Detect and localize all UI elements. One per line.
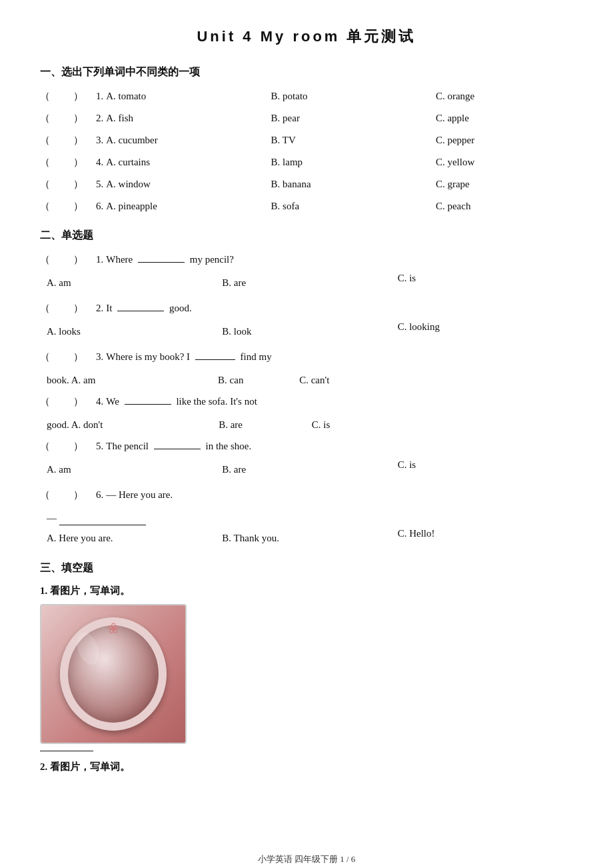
option-c: C. Hello! (398, 528, 573, 548)
mirror-oval: ❀ (60, 617, 167, 731)
section3-title: 三、填空题 (40, 561, 573, 575)
option-a: A. window (106, 175, 271, 193)
paren-close: ） (53, 437, 93, 455)
q-row: （ ） 2. It good. (40, 299, 573, 317)
option-c: C. is (398, 459, 573, 479)
subsection-1: 1. 看图片，写单词。 ❀ (40, 585, 573, 751)
option-a: A. am (47, 459, 222, 479)
option-a: A. Here you are. (47, 528, 222, 548)
table-row: （ ） 6. A. pineapple B. sofa C. peach (40, 197, 573, 215)
q-text: It good. (106, 299, 191, 317)
paren-close: ） (53, 251, 93, 269)
option-b: B. are (222, 273, 397, 293)
q-num: 3. (96, 348, 103, 366)
option-b: B. look (222, 321, 397, 341)
option-c-inline: C. is (312, 419, 330, 430)
paren-close: ） (53, 153, 93, 171)
option-b: B. TV (271, 131, 436, 149)
paren-open: （ (40, 109, 53, 127)
option-a: A. pineapple (106, 197, 271, 215)
section1-title: 一、选出下列单词中不同类的一项 (40, 65, 573, 79)
option-a: A. looks (47, 321, 222, 341)
q-num: 4. (96, 153, 103, 171)
paren-close: ） (53, 175, 93, 193)
q-num: 6. (96, 197, 103, 215)
q-row: （ ） 3. Where is my book? I find my (40, 348, 573, 366)
paren-open: （ (40, 437, 53, 455)
q-text: The pencil in the shoe. (106, 437, 251, 455)
option-b-inline: B. are (219, 419, 243, 430)
option-c: C. grape (436, 175, 573, 193)
options-row: A. am B. are C. is (40, 273, 573, 293)
option-b: B. sofa (271, 197, 436, 215)
sub2-title: 2. 看图片，写单词。 (40, 761, 573, 773)
option-c: C. looking (398, 321, 573, 341)
paren-open: （ (40, 87, 53, 105)
subsection-2: 2. 看图片，写单词。 (40, 761, 573, 832)
section-1: 一、选出下列单词中不同类的一项 （ ） 1. A. tomato B. pota… (40, 65, 573, 215)
paren-open: （ (40, 251, 53, 269)
q-text: We like the sofa. It's not (106, 393, 257, 411)
q-num: 4. (96, 393, 103, 411)
paren-open: （ (40, 486, 53, 504)
page-title: Unit 4 My room 单元测试 (40, 27, 573, 47)
paren-open: （ (40, 393, 53, 411)
list-item: （ ） 6. — Here you are. — A. Here you are… (40, 486, 573, 548)
mirror-image: ❀ (40, 604, 187, 744)
q-num: 5. (96, 437, 103, 455)
option-a-inline: A. am (71, 375, 96, 385)
footer: 小学英语 四年级下册 1 / 6 (0, 853, 613, 865)
list-item: （ ） 4. We like the sofa. It's not good. … (40, 393, 573, 435)
options-row: A. Here you are. B. Thank you. C. Hello! (40, 528, 573, 548)
paren-close: ） (53, 87, 93, 105)
q-num: 3. (96, 131, 103, 149)
option-c: C. is (398, 273, 573, 293)
option-a: A. curtains (106, 153, 271, 171)
option-b-inline: B. can (218, 375, 243, 385)
options-row: A. looks B. look C. looking (40, 321, 573, 341)
list-item: （ ） 2. It good. A. looks B. look C. look… (40, 299, 573, 341)
paren-close: ） (53, 131, 93, 149)
q-num: 2. (96, 299, 103, 317)
q-row: （ ） 4. We like the sofa. It's not (40, 393, 573, 411)
option-c: C. yellow (436, 153, 573, 171)
q-num: 1. (96, 87, 103, 105)
paren-open: （ (40, 175, 53, 193)
option-c: C. peach (436, 197, 573, 215)
paren-close: ） (53, 197, 93, 215)
q-row: （ ） 1. Where my pencil? (40, 251, 573, 269)
q-text-cont: good. A. don't B. are C. is (40, 415, 573, 435)
paren-close: ） (53, 299, 93, 317)
paren-open: （ (40, 153, 53, 171)
q-text-line2: — (40, 508, 573, 528)
paren-close: ） (53, 486, 93, 504)
option-a: A. cucumber (106, 131, 271, 149)
q-num: 2. (96, 109, 103, 127)
q-text: Where my pencil? (106, 251, 234, 269)
option-b: B. potato (271, 87, 436, 105)
q-text-cont: book. A. am B. can C. can't (40, 370, 573, 390)
option-c: C. apple (436, 109, 573, 127)
paren-open: （ (40, 348, 53, 366)
paren-open: （ (40, 299, 53, 317)
q-row: （ ） 5. The pencil in the shoe. (40, 437, 573, 455)
q-text: — Here you are. (106, 486, 173, 504)
list-item: （ ） 3. Where is my book? I find my book.… (40, 348, 573, 390)
section-3: 三、填空题 1. 看图片，写单词。 ❀ 2. 看图片，写单词。 (40, 561, 573, 832)
table-row: （ ） 1. A. tomato B. potato C. orange (40, 87, 573, 105)
option-b: B. are (222, 459, 397, 479)
sub1-title: 1. 看图片，写单词。 (40, 585, 573, 597)
q-num: 5. (96, 175, 103, 193)
footer-text: 小学英语 四年级下册 1 / 6 (258, 854, 356, 864)
list-item: （ ） 5. The pencil in the shoe. A. am B. … (40, 437, 573, 479)
answer-line-1 (40, 751, 93, 751)
paren-close: ） (53, 393, 93, 411)
option-c: C. orange (436, 87, 573, 105)
list-item: （ ） 1. Where my pencil? A. am B. are C. … (40, 251, 573, 293)
option-b: B. lamp (271, 153, 436, 171)
option-a: A. tomato (106, 87, 271, 105)
option-b: B. Thank you. (222, 528, 397, 548)
q-row: （ ） 6. — Here you are. (40, 486, 573, 504)
table-row: （ ） 5. A. window B. banana C. grape (40, 175, 573, 193)
section2-title: 二、单选题 (40, 229, 573, 243)
